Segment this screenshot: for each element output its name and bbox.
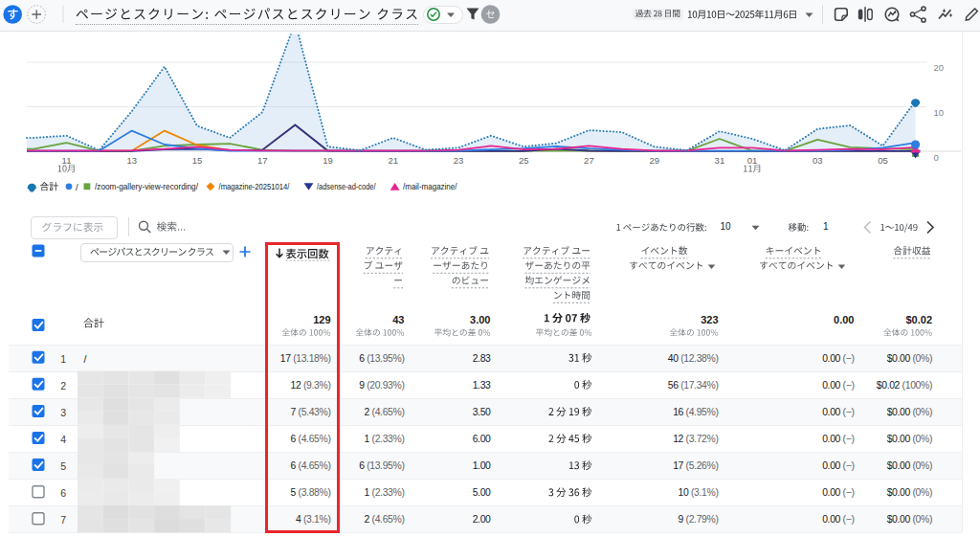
svg-text:/adsense-ad-code/: /adsense-ad-code/: [317, 181, 376, 191]
svg-text:/magazine-20251014/: /magazine-20251014/: [219, 181, 290, 191]
svg-text:/zoom-gallery-view-recording/: /zoom-gallery-view-recording/: [95, 181, 198, 191]
svg-text:/mail-magazine/: /mail-magazine/: [403, 181, 457, 191]
